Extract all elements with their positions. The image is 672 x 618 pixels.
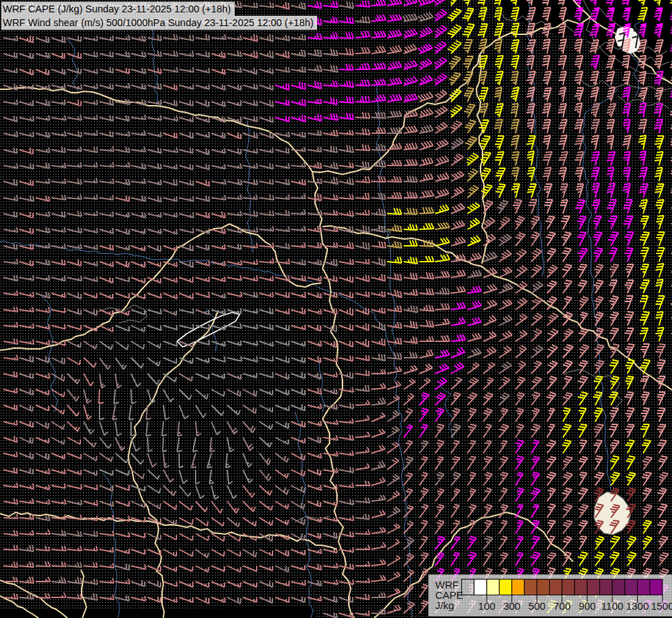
svg-text:1100: 1100 xyxy=(601,600,623,612)
svg-text:700: 700 xyxy=(553,600,570,612)
svg-text:WRF Wind shear (m/s) 500/1000h: WRF Wind shear (m/s) 500/1000hPa Sunday … xyxy=(3,17,314,28)
svg-text:500: 500 xyxy=(529,600,546,612)
svg-text:1300: 1300 xyxy=(626,600,649,612)
svg-text:100: 100 xyxy=(478,600,496,612)
svg-text:300: 300 xyxy=(503,600,520,612)
svg-text:WRF CAPE (J/kg) Sunday 23-11-2: WRF CAPE (J/kg) Sunday 23-11-2025 12:00 … xyxy=(3,3,231,14)
svg-text:J/kg: J/kg xyxy=(435,599,454,611)
svg-text:1500: 1500 xyxy=(651,600,672,612)
svg-text:900: 900 xyxy=(579,600,596,612)
